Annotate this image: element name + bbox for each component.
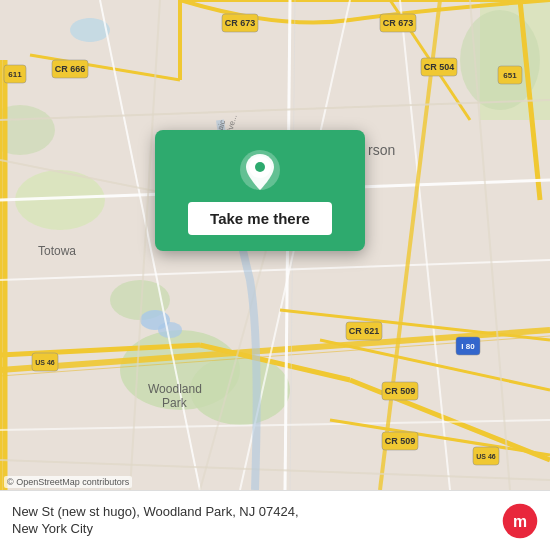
svg-text:CR 666: CR 666 — [55, 64, 86, 74]
svg-text:CR 504: CR 504 — [424, 62, 455, 72]
svg-text:rson: rson — [368, 142, 395, 158]
svg-point-9 — [158, 322, 182, 338]
svg-point-2 — [190, 355, 290, 425]
location-pin-icon — [238, 148, 282, 192]
address-line2: New York City — [12, 521, 299, 538]
svg-text:I 80: I 80 — [461, 342, 475, 351]
map-container: CR 673 CR 673 CR 666 CR 504 611 651 rson… — [0, 0, 550, 490]
popup-card: Take me there — [155, 130, 365, 251]
svg-text:Park: Park — [162, 396, 188, 410]
take-me-there-button[interactable]: Take me there — [188, 202, 332, 235]
address-line1: New St (new st hugo), Woodland Park, NJ … — [12, 504, 299, 521]
svg-text:US 46: US 46 — [35, 359, 55, 366]
svg-text:US 46: US 46 — [476, 453, 496, 460]
moovit-icon: m — [502, 503, 538, 539]
svg-text:CR 509: CR 509 — [385, 386, 416, 396]
moovit-logo: m — [502, 503, 538, 539]
svg-text:CR 673: CR 673 — [383, 18, 414, 28]
svg-text:Totowa: Totowa — [38, 244, 76, 258]
svg-point-73 — [255, 162, 265, 172]
svg-text:CR 673: CR 673 — [225, 18, 256, 28]
bottom-bar: New St (new st hugo), Woodland Park, NJ … — [0, 490, 550, 550]
svg-text:m: m — [513, 512, 527, 529]
svg-text:651: 651 — [503, 71, 517, 80]
address-text: New St (new st hugo), Woodland Park, NJ … — [12, 504, 299, 538]
svg-text:Woodland: Woodland — [148, 382, 202, 396]
svg-text:611: 611 — [8, 70, 22, 79]
svg-text:CR 621: CR 621 — [349, 326, 380, 336]
svg-text:CR 509: CR 509 — [385, 436, 416, 446]
osm-credit: © OpenStreetMap contributors — [4, 476, 132, 488]
